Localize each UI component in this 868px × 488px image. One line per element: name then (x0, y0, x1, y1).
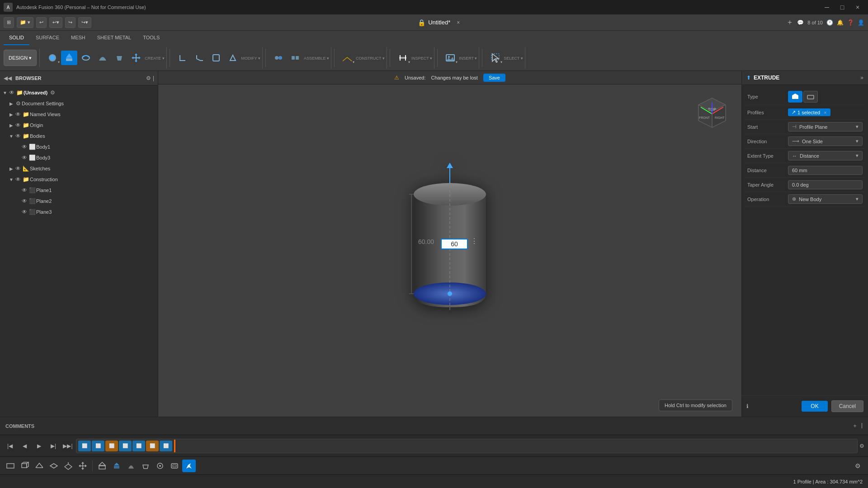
tree-item-plane1[interactable]: ▶ 👁 ⬛ Plane1 (0, 185, 158, 196)
rigid-group-button[interactable] (287, 51, 303, 65)
draft-button[interactable] (225, 51, 241, 65)
bottom-settings-button[interactable]: ⚙ (851, 460, 864, 472)
joint-button[interactable] (270, 51, 287, 65)
tree-vis-body3[interactable]: 👁 (21, 155, 28, 161)
taper-angle-input[interactable] (788, 180, 863, 189)
browser-expand-icon[interactable]: | (153, 75, 154, 81)
grid-menu-button[interactable]: ⊞ (4, 17, 14, 28)
sketch-shell-btn[interactable] (168, 460, 181, 472)
loft-button[interactable] (111, 51, 127, 65)
measure-button[interactable] (395, 51, 411, 65)
comments-collapse-icon[interactable]: | (861, 422, 863, 430)
create-new-body-button[interactable] (44, 51, 61, 65)
timeline-item-5[interactable]: ⬜ (132, 441, 145, 451)
tree-vis-namedViews[interactable]: 👁 (14, 111, 22, 117)
tree-vis-plane2[interactable]: 👁 (21, 198, 28, 204)
tab-sheetmetal[interactable]: SHEET METAL (92, 31, 137, 45)
distance-input[interactable] (788, 166, 863, 175)
tree-item-construction[interactable]: ▼ 👁 📁 Construction (0, 174, 158, 185)
direction-dropdown[interactable]: ⟶ One Side ▾ (788, 136, 863, 146)
timeline-prev-button[interactable]: ◀ (18, 440, 31, 452)
timeline-next-button[interactable]: ▶| (47, 440, 60, 452)
tree-vis-plane3[interactable]: 👁 (21, 209, 28, 215)
dim-menu-button[interactable]: ⋮ (471, 237, 478, 245)
tree-arrow-sketches[interactable]: ▶ (8, 166, 14, 171)
timeline-end-button[interactable]: ▶▶| (61, 440, 74, 452)
undo-history-button[interactable]: ↩▾ (49, 17, 62, 28)
browser-settings-icon[interactable]: ⚙ (146, 75, 151, 81)
active-sketch-tool[interactable] (182, 460, 196, 472)
browser-collapse-button[interactable]: ◀◀ (4, 75, 12, 81)
bell-icon[interactable]: 🔔 (837, 19, 844, 26)
dimension-input[interactable]: 60 (441, 239, 468, 249)
timeline-item-6[interactable]: ⬜ (146, 441, 159, 451)
extent-type-dropdown[interactable]: ↔ Distance ▾ (788, 151, 863, 160)
add-tab-button[interactable]: ＋ (786, 18, 793, 27)
redo-button[interactable]: ↪ (65, 17, 75, 28)
cancel-button[interactable]: Cancel (831, 400, 863, 412)
shell-button[interactable] (208, 51, 224, 65)
type-solid-button[interactable] (788, 91, 802, 103)
profiles-clear-button[interactable]: × (824, 110, 826, 115)
tree-item-plane2[interactable]: ▶ 👁 ⬛ Plane2 (0, 196, 158, 206)
chat-icon[interactable]: 💬 (797, 19, 804, 26)
comments-add-icon[interactable]: ＋ (852, 422, 858, 430)
tree-vis-body1[interactable]: 👁 (21, 144, 28, 150)
tree-item-origin[interactable]: ▶ 👁 📁 Origin (0, 120, 158, 131)
sketch-plane-button[interactable] (61, 460, 75, 472)
file-menu-button[interactable]: 📁 ▾ (17, 17, 33, 28)
tree-vis-unsaved[interactable]: 👁 (8, 89, 15, 96)
select-button[interactable] (487, 51, 503, 65)
sketch-cut-button[interactable] (47, 460, 61, 472)
tree-arrow-unsaved[interactable]: ▼ (2, 90, 8, 95)
clock-icon[interactable]: 🕐 (826, 19, 833, 26)
tree-arrow-docSettings[interactable]: ▶ (8, 101, 14, 106)
extrude-panel-expand-button[interactable]: » (860, 75, 863, 81)
move-copy-button[interactable] (76, 460, 90, 472)
maximize-button[interactable]: □ (835, 3, 849, 12)
sketch-loft-btn[interactable] (139, 460, 152, 472)
extrude-button[interactable] (61, 51, 77, 65)
tab-solid[interactable]: SOLID (4, 31, 29, 45)
type-surface-button[interactable] (803, 91, 818, 103)
close-button[interactable]: × (851, 3, 864, 12)
offset-plane-button[interactable] (339, 51, 355, 65)
ok-button[interactable]: OK (802, 401, 827, 412)
help-icon[interactable]: ❓ (847, 19, 854, 26)
tab-tools[interactable]: TOOLS (137, 31, 165, 45)
tree-vis-construction[interactable]: 👁 (14, 176, 22, 183)
tree-settings-unsaved[interactable]: ⚙ (50, 89, 55, 96)
tree-vis-origin[interactable]: 👁 (14, 122, 22, 128)
start-dropdown[interactable]: ⊣ Profile Plane ▾ (788, 122, 863, 131)
tree-item-bodies[interactable]: ▼ 👁 📁 Bodies (0, 131, 158, 141)
timeline-item-7[interactable]: ⬜ (160, 441, 172, 451)
timeline-settings-button[interactable]: ⚙ (859, 443, 864, 449)
tree-item-plane3[interactable]: ▶ 👁 ⬛ Plane3 (0, 206, 158, 217)
tree-item-sketches[interactable]: ▶ 👁 📐 Sketches (0, 163, 158, 174)
tree-item-body3[interactable]: ▶ 👁 ⬜ Body3 (0, 152, 158, 163)
design-dropdown-button[interactable]: DESIGN ▾ (4, 50, 37, 66)
tree-arrow-construction[interactable]: ▼ (8, 177, 14, 182)
tree-item-unsaved[interactable]: ▼ 👁 📁 (Unsaved) ⚙ (0, 87, 158, 98)
timeline-item-1[interactable]: ⬜ (78, 441, 91, 451)
tab-surface[interactable]: SURFACE (30, 31, 65, 45)
sketch-hole-btn[interactable] (153, 460, 167, 472)
operation-dropdown[interactable]: ⊕ New Body ▾ (788, 194, 863, 204)
viewport[interactable]: ⚠ Unsaved: Changes may be lost Save TOP (158, 71, 741, 417)
tree-item-docSettings[interactable]: ▶ ⚙ Document Settings (0, 98, 158, 109)
tree-item-namedViews[interactable]: ▶ 👁 📁 Named Views (0, 109, 158, 120)
move-button[interactable] (128, 51, 144, 65)
canvas-area[interactable]: 60.00 60 ⋮ (158, 71, 741, 417)
sweep-button[interactable] (94, 51, 111, 65)
sketch-sweep-btn[interactable] (124, 460, 138, 472)
redo-history-button[interactable]: ↪▾ (78, 17, 91, 28)
sketch-rect-button[interactable] (4, 460, 17, 472)
tree-arrow-bodies[interactable]: ▼ (8, 134, 14, 139)
undo-button[interactable]: ↩ (36, 17, 47, 28)
timeline-track[interactable]: ⬜ ⬜ ⬜ ⬜ ⬜ ⬜ ⬜ (76, 439, 858, 453)
sketch-section-button[interactable] (33, 460, 46, 472)
tree-vis-sketches[interactable]: 👁 (14, 165, 22, 172)
tree-vis-plane1[interactable]: 👁 (21, 187, 28, 193)
timeline-item-4[interactable]: ⬜ (119, 441, 132, 451)
minimize-button[interactable]: ─ (820, 3, 834, 12)
